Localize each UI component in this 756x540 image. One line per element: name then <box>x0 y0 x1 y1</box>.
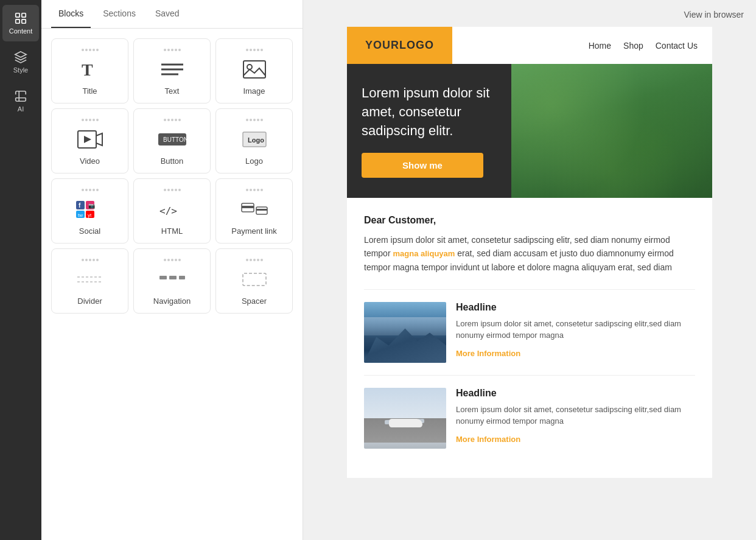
view-in-browser-link[interactable]: View in browser <box>684 10 744 19</box>
block-button-label: Button <box>161 156 184 166</box>
video-icon <box>72 127 108 152</box>
sidebar-item-ai[interactable]: AI <box>2 83 39 119</box>
svg-rect-3 <box>22 19 26 23</box>
svg-rect-33 <box>169 276 177 279</box>
hero-image-block <box>511 64 712 198</box>
article-row-2: Headline Lorem ipsum dolor sit amet, con… <box>364 375 695 461</box>
svg-rect-27 <box>242 206 254 208</box>
block-spacer-label: Spacer <box>242 296 267 306</box>
more-info-link-1[interactable]: More Information <box>456 349 520 358</box>
email-header: YOURLOGO Home Shop Contact Us <box>347 27 712 64</box>
tab-saved[interactable]: Saved <box>148 0 187 28</box>
block-divider-label: Divider <box>77 296 102 306</box>
block-divider[interactable]: Divider <box>51 248 128 314</box>
hero-text-block: Lorem ipsum dolor sit amet, consetetur s… <box>347 64 511 198</box>
body-link[interactable]: magna aliquyam <box>393 249 455 258</box>
email-logo: YOURLOGO <box>365 39 434 52</box>
sidebar-style-label: Style <box>13 66 28 74</box>
svg-rect-32 <box>159 276 167 279</box>
logo-logo: LOGO <box>399 39 434 51</box>
email-nav: Home Shop Contact Us <box>452 27 712 64</box>
sidebar-ai-label: AI <box>18 105 24 113</box>
more-info-link-2[interactable]: More Information <box>456 435 520 444</box>
nav-shop[interactable]: Shop <box>623 41 643 51</box>
block-logo[interactable]: Logo Logo <box>215 108 293 174</box>
block-html-label: HTML <box>161 226 183 236</box>
email-preview-area: View in browser YOURLOGO Home Shop Conta… <box>303 0 756 540</box>
social-icon: f 📷 tw yt <box>72 197 108 222</box>
svg-rect-1 <box>22 13 26 17</box>
block-video[interactable]: Video <box>51 108 128 174</box>
title-icon: T <box>72 57 108 82</box>
email-logo-block: YOURLOGO <box>347 27 452 64</box>
hero-cta-button[interactable]: Show me <box>362 153 483 178</box>
blocks-panel: Blocks Sections Saved T Title Text I <box>41 0 303 540</box>
hero-image-placeholder <box>511 64 712 198</box>
block-button[interactable]: BUTTON ▶ Button <box>133 108 211 174</box>
image-icon <box>236 57 273 82</box>
logo-icon: Logo <box>236 127 273 152</box>
tab-sections[interactable]: Sections <box>96 0 143 28</box>
block-title[interactable]: T Title <box>51 38 128 103</box>
blocks-tabs-bar: Blocks Sections Saved <box>41 0 303 29</box>
spacer-icon <box>236 267 273 292</box>
blocks-grid: T Title Text Image Video <box>41 29 303 323</box>
logo-your: YOUR <box>365 39 399 51</box>
hero-paragraph: Lorem ipsum dolor sit amet, consetetur s… <box>362 84 497 140</box>
article-content-2: Headline Lorem ipsum dolor sit amet, con… <box>456 388 695 444</box>
svg-text:📷: 📷 <box>88 202 96 209</box>
block-video-label: Video <box>80 156 100 166</box>
email-preview: YOURLOGO Home Shop Contact Us Lorem ipsu… <box>347 27 712 478</box>
nav-contact[interactable]: Contact Us <box>656 41 698 51</box>
email-greeting: Dear Customer, <box>364 215 695 226</box>
block-navigation[interactable]: Navigation <box>133 248 211 314</box>
svg-rect-29 <box>256 209 267 211</box>
article-headline-2: Headline <box>456 388 695 399</box>
block-html[interactable]: </> HTML <box>133 178 211 244</box>
email-body: Dear Customer, Lorem ipsum dolor sit ame… <box>347 198 712 478</box>
block-payment-link[interactable]: Payment link <box>215 178 293 244</box>
svg-rect-34 <box>179 276 185 279</box>
block-text-label: Text <box>165 86 180 96</box>
block-image-label: Image <box>243 86 265 96</box>
svg-marker-11 <box>84 136 91 143</box>
sidebar-content-label: Content <box>9 27 33 35</box>
email-body-text: Lorem ipsum dolor sit amet, consetetur s… <box>364 233 695 275</box>
email-hero: Lorem ipsum dolor sit amet, consetetur s… <box>347 64 712 198</box>
svg-text:</>: </> <box>159 205 177 217</box>
article-text-1: Lorem ipsum dolor sit amet, consetetur s… <box>456 318 695 342</box>
block-social-label: Social <box>79 226 100 236</box>
payment-link-icon <box>236 197 273 222</box>
sidebar-item-content[interactable]: Content <box>2 5 39 41</box>
svg-rect-2 <box>16 19 19 23</box>
button-icon: BUTTON ▶ <box>154 127 191 152</box>
svg-text:yt: yt <box>88 212 92 218</box>
plane-body <box>389 419 422 427</box>
svg-text:Logo: Logo <box>248 136 264 144</box>
block-social[interactable]: f 📷 tw yt Social <box>51 178 128 244</box>
block-image[interactable]: Image <box>215 38 293 103</box>
navigation-icon <box>154 267 191 292</box>
block-spacer[interactable]: Spacer <box>215 248 293 314</box>
article-image-2 <box>364 388 446 449</box>
sidebar-item-style[interactable]: Style <box>2 44 39 80</box>
block-navigation-label: Navigation <box>153 296 191 306</box>
mountain-image <box>364 302 446 363</box>
plane-image <box>364 388 446 449</box>
nav-home[interactable]: Home <box>589 41 611 51</box>
svg-text:BUTTON ▶: BUTTON ▶ <box>163 136 187 143</box>
block-text[interactable]: Text <box>133 38 211 103</box>
html-icon: </> <box>154 197 191 222</box>
svg-rect-8 <box>243 61 265 78</box>
article-content-1: Headline Lorem ipsum dolor sit amet, con… <box>456 302 695 359</box>
leaf-texture <box>511 64 712 198</box>
svg-text:T: T <box>82 60 93 79</box>
svg-rect-35 <box>243 273 266 286</box>
svg-rect-0 <box>16 13 19 17</box>
block-logo-label: Logo <box>245 156 263 166</box>
article-text-2: Lorem ipsum dolor sit amet, consetetur s… <box>456 404 695 427</box>
block-title-label: Title <box>82 86 97 96</box>
text-icon <box>154 57 191 82</box>
article-row-1: Headline Lorem ipsum dolor sit amet, con… <box>364 289 695 375</box>
tab-blocks[interactable]: Blocks <box>51 0 91 28</box>
